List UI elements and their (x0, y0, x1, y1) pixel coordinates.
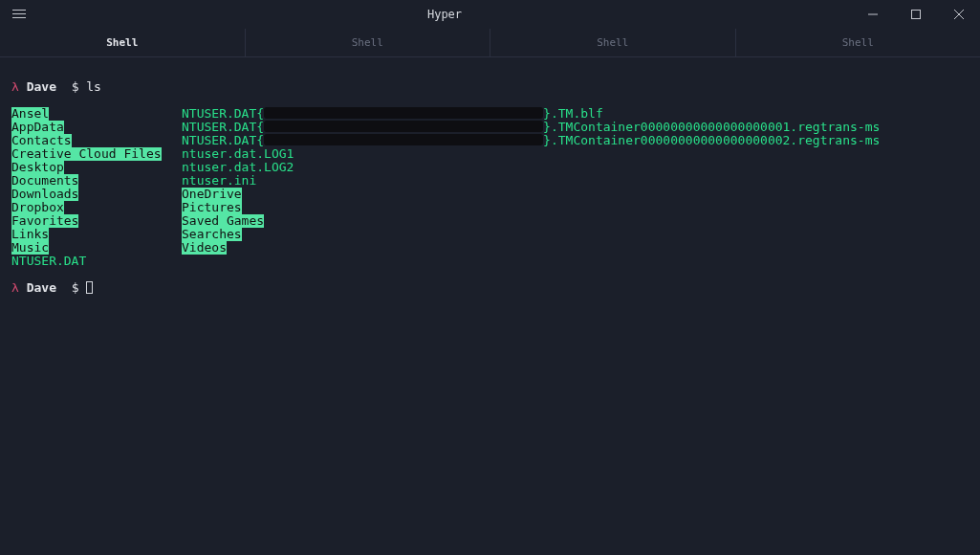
list-item: Contacts (11, 134, 72, 147)
prompt-line-1: λ Dave $ ls (11, 80, 969, 94)
list-item: Documents (11, 174, 78, 188)
file-prefix: NTUSER.DAT{ (182, 120, 264, 134)
list-item: OneDrive (182, 188, 242, 201)
window-controls (851, 0, 980, 28)
list-item: Downloads (11, 188, 78, 201)
prompt-dollar: $ (72, 280, 79, 295)
list-item: ntuser.dat.LOG1 (182, 147, 880, 161)
redacted-text (264, 107, 543, 119)
list-item: Desktop (11, 161, 64, 174)
list-item: NTUSER.DAT{}.TM.blf (182, 107, 880, 121)
list-item: Ansel (11, 107, 49, 121)
file-prefix: NTUSER.DAT{ (182, 106, 264, 121)
svg-rect-1 (911, 10, 920, 18)
list-item: NTUSER.DAT{}.TMContainer0000000000000000… (182, 121, 880, 134)
list-item: NTUSER.DAT{}.TMContainer0000000000000000… (182, 134, 880, 147)
list-item: ntuser.dat.LOG2 (182, 161, 880, 174)
list-item: Pictures (182, 201, 242, 214)
list-item: Videos (182, 241, 227, 255)
prompt-lambda: λ (11, 280, 19, 295)
tab-shell-3[interactable]: Shell (490, 29, 736, 56)
minimize-button[interactable] (851, 0, 894, 28)
prompt-dollar: $ (72, 79, 79, 94)
redacted-text (264, 121, 543, 132)
title-bar: Hyper (0, 0, 980, 29)
prompt-command: ls (86, 79, 101, 94)
file-suffix: }.TMContainer00000000000000000002.regtra… (543, 133, 880, 147)
tab-shell-4[interactable]: Shell (736, 29, 981, 56)
list-item: Dropbox (11, 201, 64, 214)
list-item: ntuser.ini (182, 174, 880, 188)
cursor (86, 281, 93, 294)
list-item: Searches (182, 228, 242, 241)
list-item: AppData (11, 121, 64, 134)
list-item: Links (11, 228, 49, 241)
maximize-button[interactable] (894, 0, 937, 28)
terminal-area[interactable]: λ Dave $ ls Ansel AppData Contacts Creat… (0, 57, 980, 318)
window-title: Hyper (38, 8, 851, 21)
ls-column-2: NTUSER.DAT{}.TM.blf NTUSER.DAT{}.TMConta… (182, 107, 880, 255)
tab-shell-1[interactable]: Shell (0, 29, 246, 56)
tab-bar: Shell Shell Shell Shell (0, 29, 980, 57)
close-button[interactable] (937, 0, 980, 28)
file-suffix: }.TMContainer00000000000000000001.regtra… (543, 120, 880, 134)
list-item: Creative Cloud Files (11, 147, 162, 161)
list-item: Music (11, 241, 49, 255)
file-suffix: }.TM.blf (543, 106, 603, 121)
prompt-lambda: λ (11, 79, 19, 94)
list-item: NTUSER.DAT (11, 255, 182, 268)
prompt-user: Dave (27, 280, 56, 295)
redacted-text (264, 134, 543, 145)
ls-column-1: Ansel AppData Contacts Creative Cloud Fi… (11, 107, 182, 268)
tab-shell-2[interactable]: Shell (246, 29, 491, 56)
prompt-line-2: λ Dave $ (11, 281, 969, 295)
ls-output: Ansel AppData Contacts Creative Cloud Fi… (11, 107, 969, 268)
prompt-user: Dave (27, 79, 56, 94)
list-item: Favorites (11, 214, 78, 228)
list-item: Saved Games (182, 214, 264, 228)
menu-icon[interactable] (0, 10, 38, 18)
file-prefix: NTUSER.DAT{ (182, 133, 264, 147)
